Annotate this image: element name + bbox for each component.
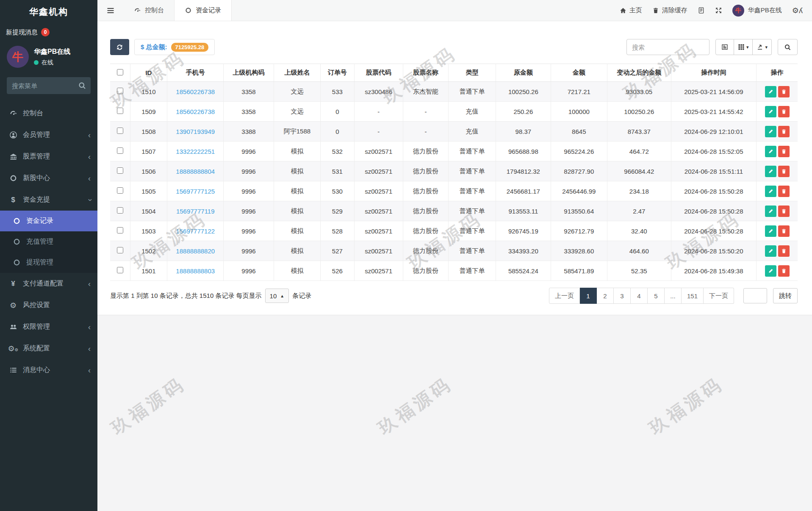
row-checkbox[interactable]: [117, 247, 123, 253]
sidebar-item-pay-channel[interactable]: ¥支付通道配置‹: [0, 273, 97, 294]
page-button-3[interactable]: 3: [614, 288, 631, 304]
page-button-...[interactable]: ...: [665, 288, 682, 304]
chevron-left-icon: ‹: [88, 153, 91, 161]
delete-button[interactable]: [778, 206, 790, 217]
page-button-2[interactable]: 2: [597, 288, 614, 304]
edit-button[interactable]: [765, 245, 776, 257]
sidebar-item-funds[interactable]: $资金充提‹: [0, 189, 97, 211]
phone-link[interactable]: 15697777119: [176, 208, 215, 215]
fullscreen-icon[interactable]: [715, 7, 722, 14]
circle-icon: [185, 7, 192, 14]
delete-button[interactable]: [778, 146, 790, 157]
withdraw-notice[interactable]: 新提现消息 0: [0, 24, 97, 42]
sidebar-item-fund-records[interactable]: 资金记录: [0, 211, 97, 231]
edit-button[interactable]: [765, 206, 776, 217]
cell-time: 2024-06-28 15:52:05: [671, 142, 756, 161]
phone-link[interactable]: 13322222251: [176, 148, 215, 155]
cell-time: 2024-06-28 15:50:28: [671, 221, 756, 241]
edit-button[interactable]: [765, 186, 776, 197]
topbar-user[interactable]: 牛 华鑫PB在线: [732, 5, 782, 17]
export-button[interactable]: ▾: [753, 39, 772, 55]
toggle-view-button[interactable]: [715, 39, 734, 55]
delete-button[interactable]: [778, 166, 790, 177]
sidebar-item-system-config[interactable]: ⚙⚙系统配置‹: [0, 338, 97, 359]
cell-id: 1509: [130, 102, 167, 122]
row-checkbox[interactable]: [117, 167, 123, 174]
cell-type: 普通下单: [448, 82, 496, 102]
phone-link[interactable]: 13907193949: [176, 128, 215, 135]
sidebar-item-ipo-center[interactable]: 新股中心‹: [0, 167, 97, 189]
sidebar-item-dashboard[interactable]: 控制台: [0, 103, 97, 124]
sidebar-toggle-icon[interactable]: [97, 0, 124, 21]
refresh-button[interactable]: [110, 39, 129, 55]
columns-button[interactable]: ▾: [734, 39, 753, 55]
sidebar-item-members[interactable]: 会员管理‹: [0, 124, 97, 146]
sidebar-item-permissions[interactable]: 权限管理‹: [0, 316, 97, 338]
page-button-151[interactable]: 151: [682, 288, 704, 304]
submenu-funds: 资金记录充值管理提现管理: [0, 211, 97, 273]
phone-link[interactable]: 18888888803: [176, 267, 215, 275]
row-checkbox[interactable]: [117, 187, 123, 194]
delete-button[interactable]: [778, 265, 790, 277]
clear-cache-button[interactable]: 清除缓存: [652, 6, 687, 14]
edit-button[interactable]: [765, 265, 776, 277]
edit-button[interactable]: [765, 86, 776, 97]
users-icon: [8, 323, 19, 331]
row-checkbox[interactable]: [117, 128, 123, 134]
row-checkbox[interactable]: [117, 227, 123, 233]
home-link[interactable]: 主页: [620, 6, 642, 14]
jump-button[interactable]: 跳转: [773, 288, 798, 303]
phone-link[interactable]: 18888888804: [176, 168, 215, 175]
delete-button[interactable]: [778, 245, 790, 257]
phone-link[interactable]: 15697777122: [176, 228, 215, 235]
sidebar-item-message-center[interactable]: 消息中心‹: [0, 359, 97, 381]
cell-order: 526: [321, 261, 355, 281]
row-checkbox[interactable]: [117, 207, 123, 214]
sidebar-item-risk-settings[interactable]: ⚙风控设置: [0, 294, 97, 316]
phone-link[interactable]: 15697777125: [176, 188, 215, 195]
delete-button[interactable]: [778, 106, 790, 117]
page-button-1[interactable]: 1: [580, 288, 597, 304]
row-checkbox[interactable]: [117, 108, 123, 114]
edit-button[interactable]: [765, 106, 776, 117]
edit-button[interactable]: [765, 225, 776, 237]
cell-code: sz002571: [354, 261, 403, 281]
sidebar-item-label: 充值管理: [26, 237, 91, 246]
phone-link[interactable]: 18560226738: [176, 108, 215, 115]
sidebar-item-withdraw-mgmt[interactable]: 提现管理: [0, 252, 97, 273]
cell-order: 531: [321, 161, 355, 181]
page-button-上一页[interactable]: 上一页: [549, 288, 580, 304]
sidebar-menu: 控制台会员管理‹股票管理‹新股中心‹$资金充提‹资金记录充值管理提现管理¥支付通…: [0, 103, 97, 381]
sidebar-item-stocks[interactable]: 股票管理‹: [0, 146, 97, 167]
page-button-5[interactable]: 5: [648, 288, 665, 304]
search-icon: [784, 44, 791, 51]
table-search-input[interactable]: [626, 39, 709, 55]
settings-cogs-icon[interactable]: ⚙ʎ: [792, 6, 803, 15]
row-checkbox[interactable]: [117, 147, 123, 154]
delete-button[interactable]: [778, 186, 790, 197]
edit-button[interactable]: [765, 146, 776, 157]
user-panel: 牛 华鑫PB在线 在线: [0, 42, 97, 74]
delete-button[interactable]: [778, 126, 790, 137]
page-button-4[interactable]: 4: [631, 288, 648, 304]
tab-fund-records[interactable]: 资金记录: [174, 0, 232, 21]
sidebar-item-recharge-mgmt[interactable]: 充值管理: [0, 231, 97, 252]
search-submit-button[interactable]: [778, 39, 798, 55]
tab-dashboard[interactable]: 控制台: [124, 0, 174, 21]
cell-after: 2.47: [607, 201, 671, 221]
row-checkbox[interactable]: [117, 88, 123, 94]
page-size-select[interactable]: 10 ▲: [265, 289, 289, 303]
page-button-下一页[interactable]: 下一页: [704, 288, 734, 304]
document-icon[interactable]: [698, 7, 705, 14]
delete-button[interactable]: [778, 86, 790, 97]
jump-page-input[interactable]: [743, 288, 767, 303]
cell-code: sz002571: [354, 221, 403, 241]
phone-link[interactable]: 18888888820: [176, 247, 215, 255]
tab-label: 控制台: [145, 6, 164, 14]
delete-button[interactable]: [778, 225, 790, 237]
edit-button[interactable]: [765, 166, 776, 177]
row-checkbox[interactable]: [117, 267, 123, 273]
edit-button[interactable]: [765, 126, 776, 137]
phone-link[interactable]: 18560226738: [176, 88, 215, 95]
select-all-checkbox[interactable]: [117, 69, 123, 75]
